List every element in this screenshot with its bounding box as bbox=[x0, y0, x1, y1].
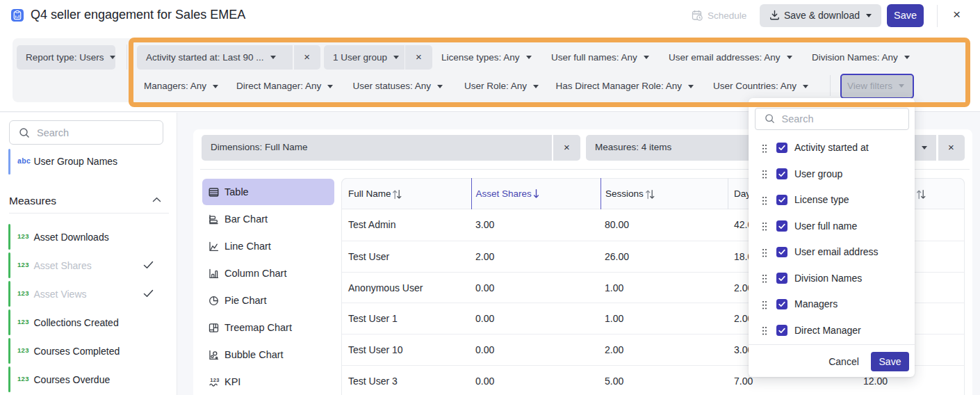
svg-text:123: 123 bbox=[210, 377, 219, 383]
